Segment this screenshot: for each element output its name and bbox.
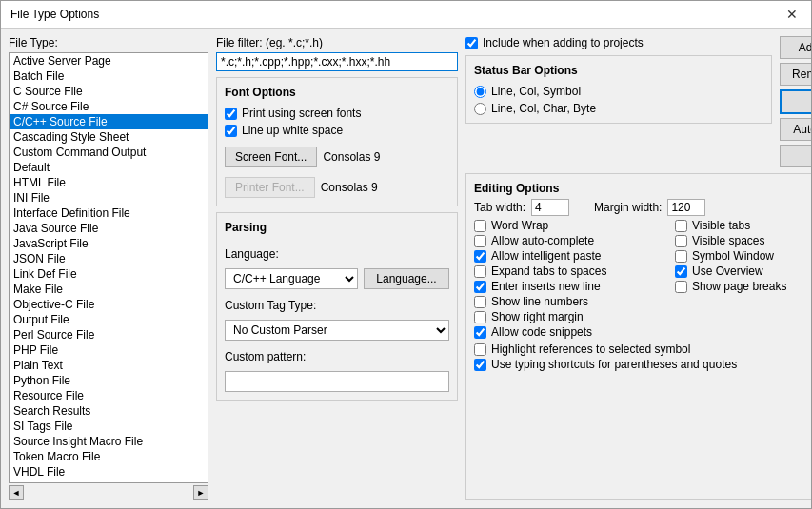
editing-checkbox[interactable] [474, 235, 486, 247]
editing-checkbox[interactable] [474, 281, 486, 293]
list-item[interactable]: Default [10, 160, 208, 175]
editing-checkbox-row: Enter inserts new line [474, 280, 665, 293]
status-radio-1-row: Line, Col, Symbol [474, 85, 763, 98]
remove-type-button[interactable]: Remove Type [780, 63, 811, 86]
highlight-checkbox[interactable] [474, 343, 486, 356]
list-item[interactable]: Make File [10, 282, 208, 297]
editing-checkbox-label: Allow code snippets [491, 325, 592, 339]
editing-checkbox[interactable] [675, 250, 687, 263]
list-item[interactable]: Resource File [10, 388, 208, 403]
line-up-whitespace-checkbox[interactable] [225, 125, 237, 137]
font-buttons: Screen Font... Consolas 9 [225, 147, 449, 167]
file-list-container[interactable]: Active Server PageBatch FileC Source Fil… [9, 52, 208, 483]
dialog-title: File Type Options [10, 8, 99, 21]
language-btn[interactable]: Language... [364, 268, 449, 289]
list-item[interactable]: Plain Text [10, 358, 208, 373]
editing-checkbox-row: Visible tabs [675, 219, 811, 232]
list-item[interactable]: C/C++ Source File [10, 114, 208, 129]
file-type-label: File Type: [9, 36, 208, 49]
list-item[interactable]: Interface Definition File [10, 206, 208, 221]
filter-input[interactable] [216, 52, 458, 71]
status-radio-1[interactable] [474, 86, 486, 98]
editing-checkbox[interactable] [474, 265, 486, 278]
editing-checkbox-row: Symbol Window [675, 249, 811, 263]
editing-checkbox-row: Allow auto-complete [474, 234, 665, 247]
close-icon[interactable]: ✕ [782, 7, 802, 22]
parsing-title: Parsing [225, 221, 449, 234]
printer-font-btn[interactable]: Printer Font... [225, 177, 315, 198]
scroll-left-btn[interactable]: ◄ [9, 485, 24, 500]
scroll-right-btn[interactable]: ► [193, 485, 208, 500]
list-item[interactable]: SI Tags File [10, 419, 208, 434]
add-type-button[interactable]: Add Type... [780, 36, 811, 59]
include-row: Include when adding to projects [465, 36, 772, 49]
list-item[interactable]: C Source File [10, 84, 208, 99]
list-item[interactable]: Java Source File [10, 221, 208, 236]
editing-checkbox-row: Use Overview [675, 264, 811, 278]
editing-title: Editing Options [474, 182, 811, 195]
editing-checkbox-row: Show page breaks [675, 280, 811, 293]
editing-checkbox[interactable] [474, 220, 486, 232]
auto-indent-button[interactable]: Auto Indent... [780, 118, 811, 141]
list-item[interactable]: Link Def File [10, 266, 208, 282]
dialog: File Type Options ✕ File Type: Active Se… [0, 0, 812, 509]
editing-checkbox[interactable] [675, 235, 687, 247]
screen-font-btn[interactable]: Screen Font... [225, 147, 317, 167]
print-screen-fonts-checkbox[interactable] [225, 108, 237, 120]
custom-tag-select[interactable]: No Custom Parser [225, 320, 449, 341]
editing-grid: Word WrapVisible tabsAllow auto-complete… [474, 219, 811, 339]
list-item[interactable]: Perl Source File [10, 327, 208, 343]
list-item[interactable]: Batch File [10, 69, 208, 84]
editing-checkbox-label: Symbol Window [692, 249, 774, 263]
list-item[interactable]: PHP File [10, 343, 208, 358]
print-screen-fonts-label: Print using screen fonts [242, 107, 361, 120]
editing-checkbox[interactable] [675, 220, 687, 232]
editing-checkbox[interactable] [474, 296, 486, 308]
list-item[interactable]: C# Source File [10, 99, 208, 114]
editing-checkbox[interactable] [675, 281, 687, 293]
editing-checkbox-label: Expand tabs to spaces [491, 264, 606, 278]
list-item[interactable]: VHDL File [10, 464, 208, 480]
list-item[interactable]: Search Results [10, 403, 208, 419]
list-item[interactable]: INI File [10, 190, 208, 206]
middle-panel: File filter: (eg. *.c;*.h) Font Options … [216, 36, 458, 500]
status-radio-2[interactable] [474, 103, 486, 115]
options-area: Include when adding to projects Status B… [465, 36, 772, 167]
typing-shortcuts-label: Use typing shortcuts for parentheses and… [491, 358, 737, 371]
custom-pattern-input[interactable] [225, 371, 449, 392]
list-item[interactable]: Python File [10, 373, 208, 388]
list-item[interactable]: Source Insight Macro File [10, 434, 208, 449]
printer-font-name: Consolas 9 [321, 181, 378, 194]
editing-checkbox-row: Expand tabs to spaces [474, 264, 665, 278]
editing-checkbox[interactable] [474, 311, 486, 323]
editing-checkbox-label: Show right margin [491, 310, 584, 323]
help-button[interactable]: Help [780, 145, 811, 167]
editing-checkbox-label: Allow intelligent paste [491, 249, 601, 263]
editing-checkbox[interactable] [474, 326, 486, 339]
editing-checkbox[interactable] [675, 265, 687, 278]
margin-width-input[interactable] [667, 199, 705, 216]
editing-checkbox-row: Visible spaces [675, 234, 811, 247]
close-button[interactable]: Close [780, 89, 811, 114]
list-item[interactable]: Active Server Page [10, 53, 208, 69]
include-checkbox[interactable] [465, 37, 478, 49]
tab-width-row: Tab width: Margin width: [474, 199, 811, 216]
list-item[interactable]: JavaScript File [10, 236, 208, 251]
list-item[interactable]: Output File [10, 312, 208, 327]
list-item[interactable]: Cascading Style Sheet [10, 129, 208, 145]
typing-shortcuts-checkbox[interactable] [474, 359, 486, 371]
list-item[interactable]: HTML File [10, 175, 208, 190]
margin-width-label: Margin width: [594, 201, 662, 214]
list-item[interactable]: Token Macro File [10, 449, 208, 464]
editing-checkbox[interactable] [474, 250, 486, 263]
list-item[interactable]: JSON File [10, 251, 208, 266]
title-bar: File Type Options ✕ [1, 1, 811, 29]
list-item[interactable]: Custom Command Output [10, 145, 208, 160]
editing-checkbox-row: Show right margin [474, 310, 665, 323]
editing-checkbox-row: Show line numbers [474, 295, 665, 308]
status-label-1: Line, Col, Symbol [491, 85, 581, 98]
tab-width-input[interactable] [531, 199, 569, 216]
list-item[interactable]: Objective-C File [10, 297, 208, 312]
font-options-box: Font Options Print using screen fonts Li… [216, 77, 458, 206]
language-select[interactable]: C/C++ Language [225, 268, 358, 289]
